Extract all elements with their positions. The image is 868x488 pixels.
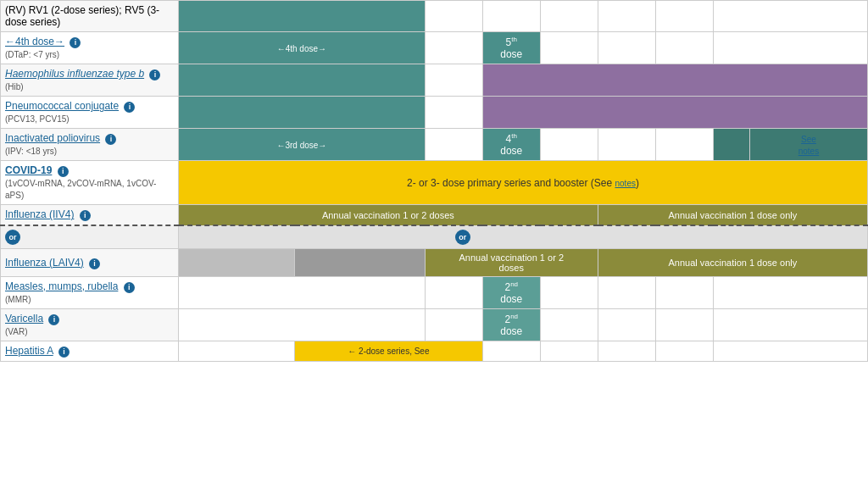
var-cell-empty1 [179, 309, 426, 341]
vaccine-name-pcv: Pneumococcal conjugate i (PCV13, PCV15) [1, 97, 179, 129]
or-spacer: or [179, 225, 868, 249]
vaccine-name-rv: (RV) RV1 (2-dose series); RV5 (3-dose se… [1, 1, 179, 32]
iiv-link[interactable]: Influenza (IIV4) [5, 208, 74, 220]
table-row-or: or or [1, 225, 868, 249]
vaccine-name-dtap: ←4th dose→ i (DTaP: <7 yrs) [1, 32, 179, 64]
vaccine-name-hepa: Hepatitis A i [1, 341, 179, 362]
iiv-cell-annual-left: Annual vaccination 1 or 2 doses [179, 205, 598, 226]
rv-cell-1 [179, 1, 426, 32]
var-cell-empty3 [540, 309, 598, 341]
hib-sub: (Hib) [5, 82, 24, 92]
dtap-cell-empty5 [713, 32, 867, 64]
hepa-cell-empty6 [713, 341, 867, 362]
covid-text: 2- or 3- dose primary series and booster… [407, 177, 639, 189]
iiv-annual-1-only-label: Annual vaccination 1 dose only [669, 210, 798, 220]
laiv-annual-1-only-label: Annual vaccination 1 dose only [669, 258, 798, 268]
iiv-info-icon[interactable]: i [80, 210, 91, 221]
table-row-dtap: ←4th dose→ i (DTaP: <7 yrs) ←4th dose→ 5… [1, 32, 868, 64]
varicella-link[interactable]: Varicella [5, 313, 43, 324]
table-row-mmr: Measles, mumps, rubella i (MMR) 2nddose [1, 277, 868, 309]
laiv-cell-annual-right: Annual vaccination 1 dose only [598, 249, 867, 277]
ipv-sub: (IPV: <18 yrs) [5, 147, 57, 156]
var-cell-empty2 [425, 309, 482, 341]
table-row-pcv: Pneumococcal conjugate i (PCV13, PCV15) [1, 97, 868, 129]
hepa-cell-empty3 [540, 341, 598, 362]
laiv-cell-annual-left: Annual vaccination 1 or 2doses [425, 249, 598, 277]
pcv-info-icon[interactable]: i [124, 102, 135, 113]
mmr-2nd-dose-label: 2nddose [500, 281, 522, 305]
covid-info-icon[interactable]: i [58, 166, 69, 177]
hib-cell-1 [179, 64, 426, 97]
dtap-cell-empty3 [598, 32, 655, 64]
mmr-info-icon[interactable]: i [124, 282, 135, 293]
rv-cell-7 [655, 1, 713, 32]
rv-cell-5 [540, 1, 598, 32]
or-label-cell: or [1, 225, 179, 249]
ipv-cell-3dose: ←3rd dose→ [179, 129, 426, 161]
or-badge-2: or [455, 230, 470, 245]
laiv-cell-gray2 [295, 249, 426, 277]
iiv-annual-1-2-label: Annual vaccination 1 or 2 doses [322, 210, 454, 220]
varicella-sub: (VAR) [5, 327, 27, 336]
laiv-cell-gray1 [179, 249, 295, 277]
hepa-2dose-label: ← 2-dose series, See [348, 347, 429, 356]
vaccine-schedule-table: (RV) RV1 (2-dose series); RV5 (3-dose se… [0, 0, 868, 362]
hepa-link[interactable]: Hepatitis A [5, 345, 53, 357]
dtap-cell-empty1 [425, 32, 482, 64]
dtap-4th-dose-label: ←4th dose→ [277, 44, 326, 53]
hepa-info-icon[interactable]: i [58, 347, 70, 358]
dtap-cell-5dose: 5thdose [482, 32, 540, 64]
mmr-link[interactable]: Measles, mumps, rubella [5, 280, 118, 292]
ipv-4th-dose-label: 4thdose [500, 133, 522, 157]
ipv-see-notes[interactable]: Seenotes [798, 135, 819, 156]
ipv-cell-4dose: 4thdose [482, 129, 540, 161]
hepa-cell-empty1 [179, 341, 295, 362]
covid-cell-main: 2- or 3- dose primary series and booster… [179, 161, 868, 205]
rv-label: (RV) RV1 (2-dose series); RV5 (3-dose se… [5, 4, 159, 28]
dtap-link[interactable]: ←4th dose→ [5, 36, 64, 47]
hib-info-icon[interactable]: i [149, 69, 160, 80]
table-row-hepa: Hepatitis A i ← 2-dose series, See [1, 341, 868, 362]
covid-sub: (1vCOV-mRNA, 2vCOV-mRNA, 1vCOV-aPS) [5, 179, 156, 200]
vaccine-name-ipv: Inactivated poliovirus i (IPV: <18 yrs) [1, 129, 179, 161]
pcv-link[interactable]: Pneumococcal conjugate [5, 100, 119, 112]
mmr-cell-empty3 [540, 277, 598, 309]
pcv-sub: (PCV13, PCV15) [5, 114, 70, 124]
laiv-info-icon[interactable]: i [89, 258, 100, 269]
ipv-cell-empty5 [713, 129, 749, 161]
ipv-info-icon[interactable]: i [105, 134, 116, 145]
laiv-link[interactable]: Influenza (LAIV4) [5, 257, 84, 269]
dtap-info-icon[interactable]: i [70, 37, 81, 48]
table-row-hib: Haemophilus influenzae type b i (Hib) [1, 64, 868, 97]
pcv-cell-purple [482, 97, 867, 129]
rv-cell-3 [425, 1, 482, 32]
vaccine-name-covid: COVID-19 i (1vCOV-mRNA, 2vCOV-mRNA, 1vCO… [1, 161, 179, 205]
var-cell-empty4 [598, 309, 655, 341]
pcv-cell-1 [179, 97, 426, 129]
hib-cell-empty [425, 64, 482, 97]
ipv-3rd-dose-label: ←3rd dose→ [276, 141, 326, 150]
table-row-influenza-iiv: Influenza (IIV4) i Annual vaccination 1 … [1, 205, 868, 226]
ipv-cell-empty2 [540, 129, 598, 161]
ipv-cell-empty3 [598, 129, 655, 161]
mmr-cell-empty5 [655, 277, 713, 309]
rv-cell-6 [598, 1, 655, 32]
hepa-cell-yellow: ← 2-dose series, See [295, 341, 483, 362]
var-cell-empty6 [713, 309, 867, 341]
hepa-cell-empty4 [598, 341, 655, 362]
varicella-info-icon[interactable]: i [48, 314, 59, 325]
hepa-cell-empty2 [482, 341, 540, 362]
table-row-covid: COVID-19 i (1vCOV-mRNA, 2vCOV-mRNA, 1vCO… [1, 161, 868, 205]
ipv-link[interactable]: Inactivated poliovirus [5, 132, 100, 144]
mmr-cell-empty1 [179, 277, 426, 309]
rv-cell-4 [482, 1, 540, 32]
dtap-cell-empty2 [540, 32, 598, 64]
mmr-cell-empty6 [713, 277, 867, 309]
pcv-cell-empty [425, 97, 482, 129]
covid-link[interactable]: COVID-19 [5, 164, 52, 176]
vaccine-name-varicella: Varicella i (VAR) [1, 309, 179, 341]
covid-notes-link[interactable]: notes [615, 179, 635, 188]
table-row-varicella: Varicella i (VAR) 2nddose [1, 309, 868, 341]
hib-link[interactable]: Haemophilus influenzae type b [5, 68, 144, 80]
laiv-annual-1-2-label: Annual vaccination 1 or 2doses [459, 252, 564, 273]
